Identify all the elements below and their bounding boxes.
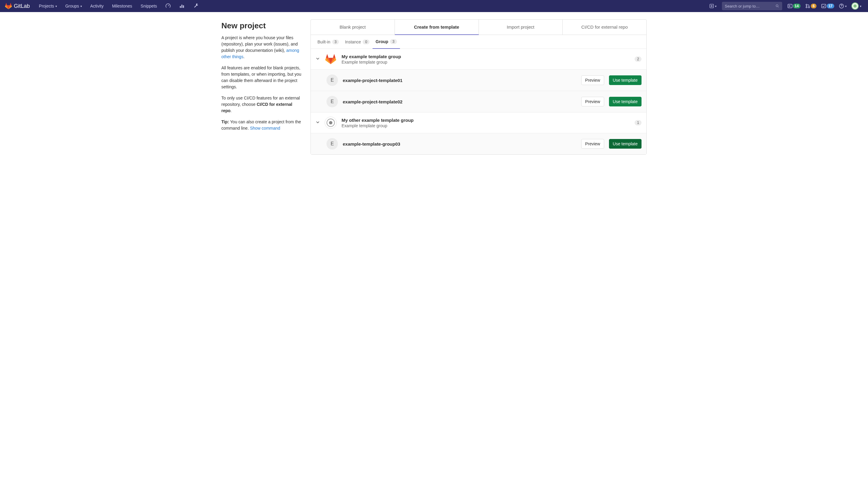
nav-groups[interactable]: Groups▾ [62,4,85,8]
todos-counter[interactable]: 17 [819,4,836,8]
svg-point-6 [806,4,807,5]
top-tabs: Blank project Create from template Impor… [311,20,646,35]
tab-create-from-template[interactable]: Create from template [395,20,479,35]
show-command-link[interactable]: Show command [250,126,280,131]
chart-icon[interactable] [176,3,188,9]
left-sidebar: New project A project is where you house… [214,19,311,155]
svg-point-7 [806,7,807,8]
svg-point-4 [776,5,778,7]
help-dropdown[interactable]: ▾ [837,4,848,8]
preview-button[interactable]: Preview [581,97,604,107]
user-avatar-dropdown[interactable]: ▾ [849,2,863,10]
chevron-down-icon[interactable] [316,56,320,62]
sidebar-p3: To only use CI/CD features for an extern… [221,95,303,114]
chevron-down-icon[interactable] [316,120,320,125]
project-name: example-project-template01 [343,78,577,83]
project-name: example-template-group03 [343,141,577,146]
group-desc: Example template group [342,123,630,128]
user-avatar [851,2,859,10]
sidebar-p4: Tip: You can also create a project from … [221,119,303,132]
mr-counter[interactable]: 6 [804,4,818,8]
project-name: example-project-template02 [343,99,577,104]
svg-point-12 [329,121,332,124]
tanuki-icon [5,2,12,10]
search-box[interactable] [722,2,782,10]
use-template-button[interactable]: Use template [609,139,642,149]
page-title: New project [221,21,303,30]
group-header: My other example template group Example … [311,112,646,133]
svg-rect-2 [183,5,184,8]
group-name: My example template group [342,54,630,59]
subtab-group[interactable]: Group3 [373,35,400,49]
sub-tabs: Built-in3 Instance0 Group3 [311,35,646,49]
group-avatar-gitlab [325,53,337,65]
subtab-instance[interactable]: Instance0 [342,35,373,49]
template-row: E example-project-template02 Preview Use… [311,91,646,112]
template-row: E example-template-group03 Preview Use t… [311,133,646,154]
gitlab-logo[interactable]: GitLab [5,2,30,10]
navbar-right: ▾ 14 6 17 ▾ ▾ [708,2,863,10]
nav-snippets[interactable]: Snippets [137,4,160,8]
group-info: My example template group Example templa… [342,54,630,64]
navbar-left: GitLab Projects▾ Groups▾ Activity Milest… [5,2,202,10]
svg-rect-1 [182,5,183,8]
sidebar-p2: All features are enabled for blank proje… [221,65,303,90]
brand-text: GitLab [14,3,30,9]
tab-import-project[interactable]: Import project [479,20,563,35]
group-avatar-generic [325,117,337,129]
tab-blank-project[interactable]: Blank project [311,20,395,35]
group-header: My example template group Example templa… [311,49,646,69]
project-avatar: E [327,75,338,86]
tab-cicd-external[interactable]: CI/CD for external repo [563,20,646,35]
nav-activity[interactable]: Activity [87,4,106,8]
group-name: My other example template group [342,118,630,123]
template-row: E example-project-template01 Preview Use… [311,69,646,91]
group-count-badge: 1 [634,120,642,125]
top-navbar: GitLab Projects▾ Groups▾ Activity Milest… [0,0,868,12]
plus-dropdown[interactable]: ▾ [708,4,718,8]
svg-rect-9 [822,4,826,8]
search-input[interactable] [725,4,776,8]
main-content: Blank project Create from template Impor… [311,19,654,155]
issues-counter[interactable]: 14 [786,4,802,8]
gauge-icon[interactable] [162,3,174,9]
group-desc: Example template group [342,60,630,64]
preview-button[interactable]: Preview [581,75,604,85]
subtab-builtin[interactable]: Built-in3 [314,35,342,49]
wrench-icon[interactable] [190,3,202,9]
group-count-badge: 2 [634,56,642,62]
svg-point-8 [808,7,810,8]
svg-rect-0 [180,6,181,8]
use-template-button[interactable]: Use template [609,75,642,85]
nav-projects[interactable]: Projects▾ [36,4,60,8]
main-card: Blank project Create from template Impor… [311,19,647,155]
project-avatar: E [327,96,338,107]
page-body: New project A project is where you house… [214,12,654,162]
sidebar-p1: A project is where you house your files … [221,35,303,60]
project-avatar: E [327,138,338,149]
preview-button[interactable]: Preview [581,139,604,149]
use-template-button[interactable]: Use template [609,97,642,107]
group-info: My other example template group Example … [342,118,630,128]
nav-milestones[interactable]: Milestones [109,4,135,8]
search-icon [776,4,779,8]
